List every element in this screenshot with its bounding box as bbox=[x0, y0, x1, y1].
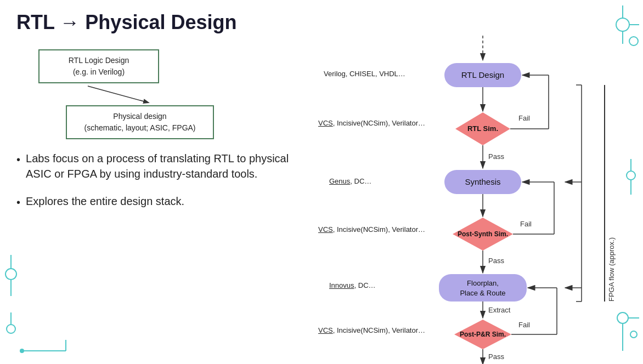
tool-label-vcs3: VCS, Incisive(NCSim), Verilator… bbox=[318, 326, 425, 334]
title-rtl: RTL bbox=[16, 11, 54, 33]
svg-point-52 bbox=[630, 331, 637, 338]
rtl-logic-box: RTL Logic Design (e.g. in Verilog) bbox=[38, 49, 159, 83]
svg-text:Pass: Pass bbox=[488, 152, 504, 161]
title-physical: Physical Design bbox=[85, 11, 236, 33]
tool-label-genus: Genus, DC… bbox=[329, 177, 371, 185]
svg-text:Pass: Pass bbox=[488, 257, 504, 265]
tool-label-verilog: Verilog, CHISEL, VHDL… bbox=[324, 70, 405, 78]
genus-rest: , DC… bbox=[350, 177, 371, 185]
innovus-rest: , DC… bbox=[354, 281, 376, 289]
svg-point-58 bbox=[7, 325, 15, 333]
svg-rect-26 bbox=[439, 274, 527, 302]
box1-line2: (e.g. in Verilog) bbox=[73, 67, 125, 76]
svg-text:Post-P&R Sim.: Post-P&R Sim. bbox=[460, 331, 506, 338]
tool-label-vcs1: VCS, Incisive(NCSim), Verilator… bbox=[318, 119, 425, 127]
bullet-text-1: Labs focus on a process of translating R… bbox=[26, 151, 307, 181]
svg-text:Synthesis: Synthesis bbox=[465, 177, 500, 186]
vcs3-underline: VCS bbox=[318, 326, 333, 334]
innovus-underline: Innovus bbox=[329, 281, 354, 289]
bullet-2: • Explores the entire design stack. bbox=[16, 194, 307, 210]
svg-line-0 bbox=[88, 86, 148, 103]
svg-point-60 bbox=[627, 171, 635, 180]
bullet-section: • Labs focus on a process of translating… bbox=[16, 151, 307, 210]
flowchart-area: RTL Design RTL Sim. Fail Pass Synthesis … bbox=[313, 30, 620, 364]
bullet-text-2: Explores the entire design stack. bbox=[26, 194, 184, 209]
svg-text:RTL Design: RTL Design bbox=[461, 70, 504, 79]
box2-line2: (schematic, layout; ASIC, FPGA) bbox=[84, 123, 195, 132]
title-arrow: → bbox=[60, 11, 80, 33]
vcs3-rest: , Incisive(NCSim), Verilator… bbox=[333, 326, 425, 334]
vcs1-rest: , Incisive(NCSim), Verilator… bbox=[333, 119, 425, 127]
fpga-label: FPGA flow (approx.) bbox=[604, 85, 616, 302]
svg-text:Floorplan,: Floorplan, bbox=[467, 279, 499, 287]
tool-label-vcs2: VCS, Incisive(NCSim), Verilator… bbox=[318, 225, 425, 234]
box1-line1: RTL Logic Design bbox=[69, 56, 129, 65]
svg-text:Fail: Fail bbox=[520, 220, 532, 228]
svg-text:Fail: Fail bbox=[518, 321, 530, 329]
svg-point-65 bbox=[20, 349, 24, 353]
svg-point-55 bbox=[5, 269, 16, 280]
bullet-dot-1: • bbox=[16, 152, 20, 167]
svg-text:Fail: Fail bbox=[518, 114, 530, 122]
tool-label-innovus: Innovus, DC… bbox=[329, 281, 376, 289]
flowchart-svg: RTL Design RTL Sim. Fail Pass Synthesis … bbox=[313, 30, 620, 364]
vcs2-underline: VCS bbox=[318, 225, 333, 234]
genus-underline: Genus bbox=[329, 177, 350, 185]
box-arrow bbox=[77, 83, 165, 105]
verilog-text: Verilog, CHISEL, VHDL… bbox=[324, 70, 405, 78]
bullet-1: • Labs focus on a process of translating… bbox=[16, 151, 307, 181]
svg-text:RTL Sim.: RTL Sim. bbox=[467, 124, 498, 133]
svg-text:Post-Synth Sim.: Post-Synth Sim. bbox=[458, 230, 508, 238]
vcs2-rest: , Incisive(NCSim), Verilator… bbox=[333, 225, 425, 234]
svg-text:Pass: Pass bbox=[488, 352, 504, 361]
svg-text:Extract: Extract bbox=[488, 306, 511, 314]
box2-line1: Physical design bbox=[113, 112, 166, 121]
bullet-dot-2: • bbox=[16, 195, 20, 210]
svg-text:Place & Route: Place & Route bbox=[460, 289, 505, 297]
fpga-label-text: FPGA flow (approx.) bbox=[607, 237, 616, 302]
physical-design-box: Physical design (schematic, layout; ASIC… bbox=[66, 105, 214, 139]
svg-point-50 bbox=[629, 37, 638, 46]
vcs1-underline: VCS bbox=[318, 119, 333, 127]
